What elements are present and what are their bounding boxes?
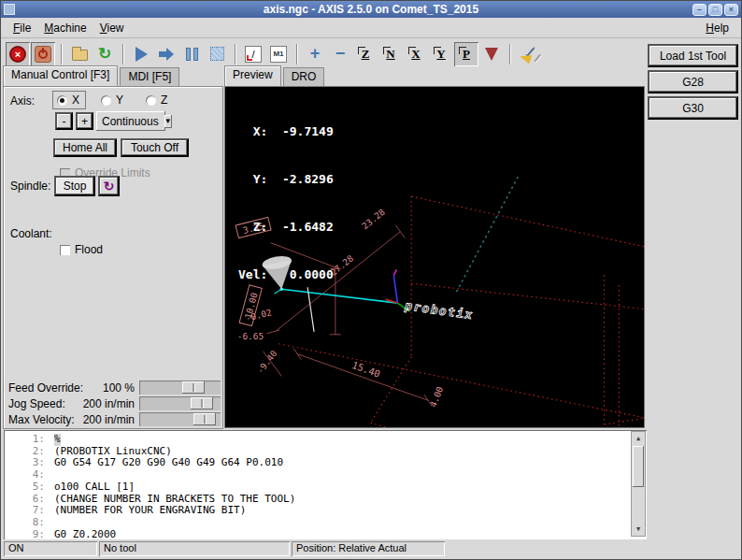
g28-button[interactable]: G28 (648, 70, 738, 93)
scrollbar-thumb[interactable] (633, 446, 644, 487)
jog-speed-slider[interactable] (139, 396, 221, 410)
status-bar: ON No tool Position: Relative Actual (4, 541, 445, 556)
toolbar-separator (509, 44, 511, 65)
feed-override-label: Feed Override: (8, 381, 83, 395)
jog-mode-value: Continuous (102, 115, 159, 128)
view-perspective-icon: P (458, 46, 475, 63)
view-z-button[interactable]: Z (353, 42, 378, 66)
gcode-listing[interactable]: 1:% 2:(PROBOTIX LinuxCNC) 3:G0 G54 G17 G… (4, 430, 647, 539)
view-y-button[interactable]: Y (429, 42, 453, 66)
preview-canvas[interactable]: 3.35 10.00 -0.02 -6.65 -9.40 15.40 4.00 … (224, 86, 645, 428)
estop-icon: × (9, 46, 26, 63)
axis-radio-y[interactable]: Y (101, 93, 123, 107)
stop-button[interactable] (205, 42, 229, 66)
menu-help[interactable]: Help (699, 20, 735, 36)
menu-machine[interactable]: Machine (37, 20, 93, 36)
tab-manual-control[interactable]: Manual Control [F3] (3, 65, 118, 86)
toggle-optional-pause-button[interactable]: M1 (266, 42, 291, 66)
view-x-icon: X (407, 46, 424, 63)
dim-x-extent: 15.40 (350, 359, 382, 380)
pause-icon (186, 48, 198, 61)
menu-file[interactable]: File (7, 20, 37, 36)
rotate-cone-icon (485, 48, 498, 61)
jog-minus-button[interactable]: - (55, 112, 73, 130)
run-step-button[interactable] (154, 42, 178, 66)
open-file-button[interactable] (67, 42, 92, 66)
dro-z: Z: -1.6482 (238, 219, 334, 235)
view-x-button[interactable]: X (404, 42, 428, 66)
feed-override-slider[interactable] (139, 381, 221, 395)
gcode-line: 5:o100 CALL [1] (4, 481, 647, 494)
axis-tip (393, 269, 396, 275)
reload-icon: ↻ (98, 44, 111, 64)
flood-box (60, 245, 70, 255)
view-perspective-button[interactable]: P (454, 42, 478, 66)
dro-vel: Vel: 0.0000 (238, 266, 334, 282)
tab-dro[interactable]: DRO (283, 67, 325, 86)
jog-speed-handle[interactable] (191, 397, 213, 409)
toolbar-separator (235, 44, 236, 65)
jog-speed-value: 200 in/min (83, 397, 135, 410)
feed-override-handle[interactable] (182, 381, 205, 394)
scroll-down-icon[interactable]: ▼ (632, 523, 645, 536)
scroll-up-icon[interactable]: ▲ (632, 432, 645, 445)
maximize-button[interactable]: □ (708, 4, 722, 16)
toolbar-separator (61, 44, 63, 65)
step-arrow-icon (159, 48, 174, 61)
zoom-in-icon: + (310, 44, 321, 64)
view-y-icon: Y (433, 46, 449, 63)
clear-plot-button[interactable] (516, 42, 540, 66)
zoom-in-button[interactable]: + (303, 42, 327, 66)
load-first-tool-button[interactable]: Load 1st Tool (648, 44, 738, 67)
spindle-brake-button[interactable]: ↻ (98, 176, 120, 196)
toggle-skip-lines-button[interactable]: / (241, 42, 265, 66)
tab-mdi[interactable]: MDI [F5] (120, 67, 179, 86)
axis-label: Axis: (10, 94, 35, 108)
max-velocity-handle[interactable] (193, 413, 216, 425)
position-mode-status: Position: Relative Actual (292, 541, 445, 556)
menu-bar: File Machine View Help (1, 18, 741, 38)
flood-checkbox[interactable]: Flood (60, 243, 103, 256)
minimize-button[interactable]: – (692, 4, 706, 16)
run-program-button[interactable] (129, 42, 153, 66)
touch-off-button[interactable]: Touch Off (121, 138, 189, 157)
feed-override-value: 100 % (103, 381, 135, 395)
dim-y-extent: -9.40 (254, 348, 278, 375)
menu-view[interactable]: View (93, 20, 131, 36)
rotate-view-button[interactable] (479, 42, 504, 66)
reload-file-button[interactable]: ↻ (93, 42, 117, 66)
pause-button[interactable] (179, 42, 204, 66)
home-all-button[interactable]: Home All (53, 138, 117, 157)
engraving-text-path: probotix (403, 298, 475, 322)
zoom-out-button[interactable]: − (328, 42, 352, 66)
machine-power-button[interactable] (31, 42, 55, 66)
close-button[interactable]: × (724, 4, 738, 16)
m1-pause-icon: M1 (270, 46, 287, 63)
radio-x-indicator (57, 95, 67, 106)
folder-icon (72, 50, 88, 61)
gcode-scrollbar[interactable]: ▲ ▼ (632, 432, 645, 536)
dim-z-extent: 4.00 (428, 384, 446, 408)
toolbar-separator (122, 44, 124, 65)
dim-offset-2: -6.65 (237, 331, 264, 341)
g30-button[interactable]: G30 (648, 96, 738, 120)
dim-diag-end: 23.28 (360, 207, 387, 232)
coolant-label: Coolant: (10, 227, 52, 240)
max-velocity-slider[interactable] (139, 412, 221, 426)
feed-override-row: Feed Override: 100 % (7, 381, 221, 395)
spindle-label: Spindle: (10, 179, 50, 193)
gcode-line: 9:G0 Z0.2000 (4, 529, 647, 539)
view-z2-button[interactable]: N (378, 42, 403, 66)
jog-plus-button[interactable]: + (76, 112, 93, 130)
tab-preview[interactable]: Preview (224, 65, 281, 86)
estop-button[interactable]: × (6, 42, 30, 66)
title-bar[interactable]: axis.ngc - AXIS 2.5.0 on Comet_TS_2015 –… (1, 1, 741, 18)
axis-window: axis.ngc - AXIS 2.5.0 on Comet_TS_2015 –… (0, 0, 742, 560)
jog-mode-select[interactable]: Continuous ▼ (96, 111, 165, 131)
axis-radio-x[interactable]: X (52, 91, 86, 109)
tool-status: No tool (99, 541, 290, 556)
spindle-stop-button[interactable]: Stop (54, 176, 95, 196)
spindle-rotate-icon: ↻ (104, 179, 115, 194)
axis-radio-z[interactable]: Z (146, 93, 167, 107)
max-velocity-row: Max Velocity: 200 in/min (7, 412, 221, 427)
